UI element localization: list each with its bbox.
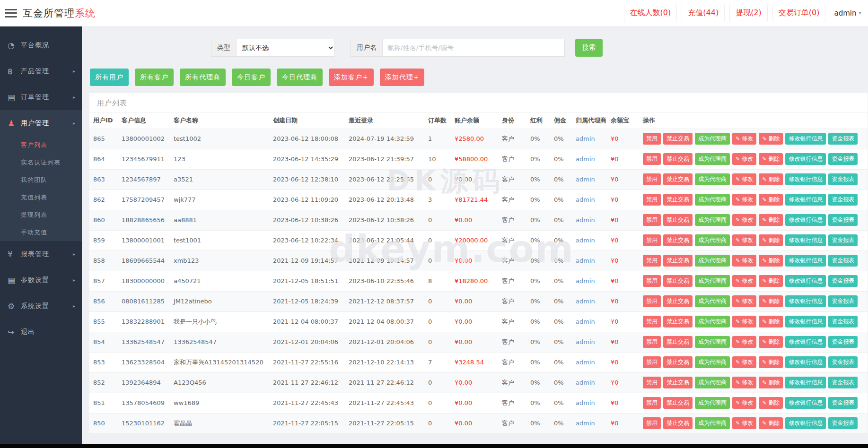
action-禁用-button[interactable]: 禁用 <box>643 356 661 368</box>
action-资金报表-button[interactable]: 资金报表 <box>828 377 858 388</box>
action-成为代理商-button[interactable]: 成为代理商 <box>695 336 730 348</box>
action-禁用-button[interactable]: 禁用 <box>643 214 661 226</box>
action-成为代理商-button[interactable]: 成为代理商 <box>695 214 730 226</box>
action-修改银行信息-button[interactable]: 修改银行信息 <box>785 295 826 307</box>
action-禁用-button[interactable]: 禁用 <box>643 397 661 409</box>
action-禁止交易-button[interactable]: 禁止交易 <box>663 133 693 145</box>
action-删除-button[interactable]: ✎删除 <box>759 377 783 388</box>
action-资金报表-button[interactable]: 资金报表 <box>828 255 858 267</box>
action-禁止交易-button[interactable]: 禁止交易 <box>663 255 693 267</box>
quick-button-所有代理商[interactable]: 所有代理商 <box>180 69 226 86</box>
sidebar-subitem-实名认证列表[interactable]: 实名认证列表 <box>0 154 82 171</box>
sidebar-item-报表管理[interactable]: ¥报表管理▸ <box>0 241 82 267</box>
action-禁用-button[interactable]: 禁用 <box>643 295 661 307</box>
action-禁止交易-button[interactable]: 禁止交易 <box>663 356 693 368</box>
quick-button-添加客户+[interactable]: 添加客户+ <box>329 69 374 86</box>
action-资金报表-button[interactable]: 资金报表 <box>828 275 858 287</box>
cell-agent[interactable]: admin <box>572 311 607 332</box>
quick-button-所有用户[interactable]: 所有用户 <box>90 69 129 86</box>
sidebar-item-系统设置[interactable]: ⚙系统设置▸ <box>0 293 82 319</box>
online-count-badge[interactable]: 在线人数(0) <box>624 4 677 22</box>
action-删除-button[interactable]: ✎删除 <box>759 295 783 307</box>
action-资金报表-button[interactable]: 资金报表 <box>828 194 858 206</box>
action-禁止交易-button[interactable]: 禁止交易 <box>663 397 693 409</box>
sidebar-subitem-手动充值[interactable]: 手动充值 <box>0 224 82 241</box>
action-资金报表-button[interactable]: 资金报表 <box>828 336 858 348</box>
action-禁止交易-button[interactable]: 禁止交易 <box>663 173 693 185</box>
action-修改银行信息-button[interactable]: 修改银行信息 <box>785 133 826 145</box>
action-禁止交易-button[interactable]: 禁止交易 <box>663 316 693 327</box>
action-禁用-button[interactable]: 禁用 <box>643 194 661 206</box>
type-select[interactable]: 默认不选 <box>236 39 335 57</box>
action-成为代理商-button[interactable]: 成为代理商 <box>695 377 730 388</box>
action-删除-button[interactable]: ✎删除 <box>759 234 783 246</box>
action-修改-button[interactable]: ✎修改 <box>732 173 756 185</box>
action-成为代理商-button[interactable]: 成为代理商 <box>695 234 730 246</box>
action-资金报表-button[interactable]: 资金报表 <box>828 133 858 145</box>
action-成为代理商-button[interactable]: 成为代理商 <box>695 275 730 287</box>
sidebar-subitem-充值列表[interactable]: 充值列表 <box>0 189 82 206</box>
action-成为代理商-button[interactable]: 成为代理商 <box>695 153 730 165</box>
action-删除-button[interactable]: ✎删除 <box>759 255 783 267</box>
cell-agent[interactable]: admin <box>572 250 607 271</box>
action-删除-button[interactable]: ✎删除 <box>759 275 783 287</box>
cell-agent[interactable]: admin <box>572 393 607 413</box>
action-禁止交易-button[interactable]: 禁止交易 <box>663 275 693 287</box>
action-成为代理商-button[interactable]: 成为代理商 <box>695 173 730 185</box>
sidebar-item-用户管理[interactable]: ♟用户管理▸ <box>0 110 82 136</box>
search-button[interactable]: 搜索 <box>575 39 603 57</box>
action-禁止交易-button[interactable]: 禁止交易 <box>663 153 693 165</box>
action-成为代理商-button[interactable]: 成为代理商 <box>695 194 730 206</box>
cell-agent[interactable]: admin <box>572 332 607 352</box>
action-修改银行信息-button[interactable]: 修改银行信息 <box>785 397 826 409</box>
hamburger-menu-icon[interactable] <box>5 9 17 17</box>
action-禁用-button[interactable]: 禁用 <box>643 234 661 246</box>
action-禁用-button[interactable]: 禁用 <box>643 255 661 267</box>
action-成为代理商-button[interactable]: 成为代理商 <box>695 397 730 409</box>
quick-button-所有客户[interactable]: 所有客户 <box>135 69 174 86</box>
action-修改-button[interactable]: ✎修改 <box>732 295 756 307</box>
action-资金报表-button[interactable]: 资金报表 <box>828 214 858 226</box>
action-修改-button[interactable]: ✎修改 <box>732 133 756 145</box>
cell-agent[interactable]: admin <box>572 291 607 311</box>
sidebar-item-平台概况[interactable]: ◔平台概况 <box>0 32 82 58</box>
sidebar-subitem-我的团队[interactable]: 我的团队 <box>0 171 82 189</box>
action-禁用-button[interactable]: 禁用 <box>643 336 661 348</box>
cell-agent[interactable]: admin <box>572 129 607 149</box>
action-删除-button[interactable]: ✎删除 <box>759 153 783 165</box>
action-修改-button[interactable]: ✎修改 <box>732 234 756 246</box>
action-修改-button[interactable]: ✎修改 <box>732 275 756 287</box>
action-资金报表-button[interactable]: 资金报表 <box>828 295 858 307</box>
cell-agent[interactable]: admin <box>572 149 607 169</box>
action-修改银行信息-button[interactable]: 修改银行信息 <box>785 336 826 348</box>
quick-button-今日客户[interactable]: 今日客户 <box>232 69 271 86</box>
action-修改-button[interactable]: ✎修改 <box>732 397 756 409</box>
user-menu[interactable]: admin ▾ <box>834 9 861 17</box>
action-资金报表-button[interactable]: 资金报表 <box>828 234 858 246</box>
sidebar-item-退出[interactable]: ↪退出 <box>0 319 82 345</box>
sidebar-subitem-提现列表[interactable]: 提现列表 <box>0 206 82 224</box>
action-删除-button[interactable]: ✎删除 <box>759 173 783 185</box>
action-修改银行信息-button[interactable]: 修改银行信息 <box>785 377 826 388</box>
sidebar-subitem-客户列表[interactable]: 客户列表 <box>0 136 82 154</box>
action-修改银行信息-button[interactable]: 修改银行信息 <box>785 316 826 327</box>
action-禁止交易-button[interactable]: 禁止交易 <box>663 295 693 307</box>
action-删除-button[interactable]: ✎删除 <box>759 194 783 206</box>
action-禁用-button[interactable]: 禁用 <box>643 417 661 429</box>
action-禁止交易-button[interactable]: 禁止交易 <box>663 336 693 348</box>
action-修改-button[interactable]: ✎修改 <box>732 356 756 368</box>
action-修改银行信息-button[interactable]: 修改银行信息 <box>785 255 826 267</box>
action-删除-button[interactable]: ✎删除 <box>759 356 783 368</box>
action-禁用-button[interactable]: 禁用 <box>643 316 661 327</box>
sidebar-item-产品管理[interactable]: ฿产品管理▸ <box>0 58 82 84</box>
recharge-badge[interactable]: 充值(44) <box>682 4 725 22</box>
action-修改-button[interactable]: ✎修改 <box>732 377 756 388</box>
action-成为代理商-button[interactable]: 成为代理商 <box>695 417 730 429</box>
sidebar-item-订单管理[interactable]: ▤订单管理▸ <box>0 84 82 110</box>
cell-agent[interactable]: admin <box>572 190 607 210</box>
action-删除-button[interactable]: ✎删除 <box>759 214 783 226</box>
action-资金报表-button[interactable]: 资金报表 <box>828 397 858 409</box>
action-修改-button[interactable]: ✎修改 <box>732 194 756 206</box>
action-成为代理商-button[interactable]: 成为代理商 <box>695 356 730 368</box>
action-禁用-button[interactable]: 禁用 <box>643 377 661 388</box>
